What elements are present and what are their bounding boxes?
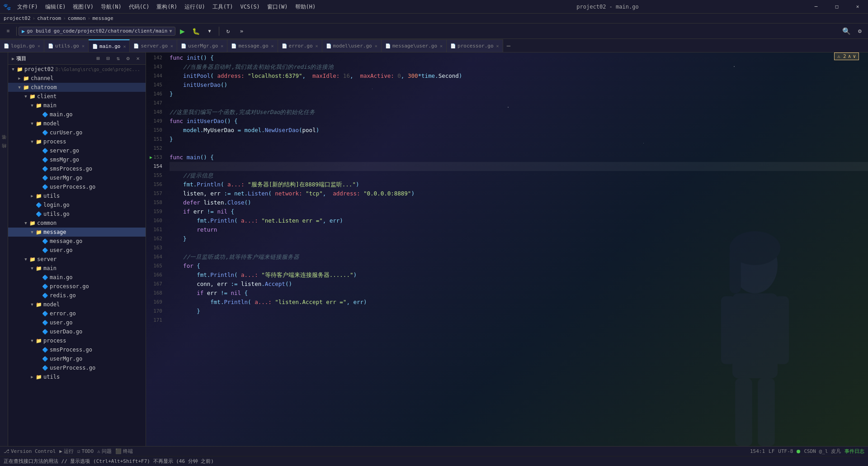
code-line[interactable] [170,316,868,325]
menu-code[interactable]: 代码(C) [125,0,153,14]
tab-error-go[interactable]: 📄 error.go ✕ [278,39,322,52]
tree-item-utils-go[interactable]: 🔷 utils.go [8,209,146,219]
tab-server-go[interactable]: 📄 server.go ✕ [130,39,177,52]
tree-item-login-go[interactable]: 🔷 login.go [8,200,146,209]
code-line[interactable]: listen, err := net.Listen( network: "tcp… [170,189,868,198]
menu-nav[interactable]: 导航(N) [97,0,125,14]
search-button[interactable]: 🔍 [840,25,853,38]
debug-button[interactable]: 🐛 [190,25,203,38]
tree-item-server-process[interactable]: ▼ 📁 process [8,336,146,345]
code-line[interactable]: fmt.Println( a...: "等待客户端来连接服务器......") [170,271,868,280]
menu-refactor[interactable]: 重构(R) [153,0,181,14]
tree-item-client-process[interactable]: ▼ 📁 process [8,137,146,146]
tree-item-server-folder[interactable]: ▼ 📁 server [8,255,146,264]
tree-item-message-go[interactable]: 🔷 message.go [8,237,146,246]
tree-item-server-usermgr-go[interactable]: 🔷 userMgr.go [8,354,146,363]
filetree-close-btn[interactable]: ✕ [134,54,142,62]
tree-item-client-utils[interactable]: ▶ 📁 utils [8,191,146,200]
more-actions-button[interactable]: » [236,25,248,38]
menu-view[interactable]: 视图(V) [69,0,97,14]
tab-message-go[interactable]: 📄 message.go ✕ [227,39,278,52]
tree-item-redis-go[interactable]: 🔷 redis.go [8,291,146,300]
menu-vcs[interactable]: VCS(S) [237,0,264,14]
tree-item-error-go[interactable]: 🔷 error.go [8,309,146,318]
code-line[interactable]: //提示信息 [170,171,868,180]
run-more-button[interactable]: ▼ [203,25,216,38]
tree-item-common[interactable]: ▼ 📁 common [8,219,146,228]
filetree-expand-btn[interactable]: ⊞ [94,54,102,62]
tab-message-user-go[interactable]: 📄 message\user.go ✕ [382,39,447,52]
code-line[interactable]: if err != nil { [170,207,868,216]
breadcrumb-message[interactable]: message [92,15,113,21]
code-line[interactable]: //这里我们编写一个函数,完成对UserDao的初始化任务 [170,108,868,117]
menu-file[interactable]: 文件(F) [14,0,42,14]
tabs-more-button[interactable]: ⋯ [503,42,514,49]
tree-item-server-main-go[interactable]: 🔷 main.go [8,273,146,282]
breadcrumb-chatroom[interactable]: chatroom [37,15,61,21]
code-editor[interactable]: func init() { //当服务器启动时,我们就去初始化我们的redis的… [168,52,868,446]
tab-close-icon[interactable]: ✕ [496,43,499,48]
code-line[interactable]: } [170,135,868,144]
tab-close-icon[interactable]: ✕ [123,44,126,49]
tree-item-userprocess-go[interactable]: 🔷 userProcess.go [8,182,146,191]
code-line[interactable]: initPool( address: "localhost:6379", max… [170,71,868,81]
code-line[interactable]: func initUserDao() { [170,117,868,126]
warning-down-icon[interactable]: ∨ [853,53,856,59]
menu-run[interactable]: 运行(U) [181,0,209,14]
tree-item-server-smsprocess-go[interactable]: 🔷 smsProcess.go [8,345,146,354]
code-line[interactable]: conn, err := listen.Accept() [170,280,868,289]
menu-window[interactable]: 窗口(W) [264,0,292,14]
tab-model-user-go[interactable]: 📄 model\user.go ✕ [322,39,382,52]
menu-edit[interactable]: 编辑(E) [42,0,70,14]
tab-login-go[interactable]: 📄 login.go ✕ [0,39,44,52]
run-config-dropdown[interactable]: ▶ go build go_code/project02/chatroom/cl… [19,27,175,36]
tab-processor-go[interactable]: 📄 processor.go ✕ [447,39,503,52]
warning-up-icon[interactable]: ∧ [848,53,851,59]
menu-help[interactable]: 帮助(H) [292,0,320,14]
tab-close-icon[interactable]: ✕ [316,43,318,48]
close-button[interactable]: ✕ [847,0,868,14]
code-line[interactable] [170,243,868,252]
tab-close-icon[interactable]: ✕ [82,43,85,48]
code-line[interactable]: func main() { [170,153,868,162]
tab-close-icon[interactable]: ✕ [38,43,40,48]
tree-item-client-model[interactable]: ▼ 📁 model [8,119,146,128]
tree-item-usermgr-go[interactable]: 🔷 userMgr.go [8,173,146,182]
code-line[interactable]: fmt.Println( a...: "listen.Accept err ="… [170,298,868,307]
code-line[interactable]: initUserDao() [170,81,868,90]
tree-item-client-main[interactable]: ▼ 📁 main [8,101,146,110]
version-control-item[interactable]: ⎇ Version Control [4,448,56,455]
terminal-item[interactable]: ⬛ 终端 [115,448,133,455]
minimize-button[interactable]: ─ [806,0,826,14]
code-line[interactable] [170,144,868,153]
settings-button[interactable]: ⚙ [854,25,866,38]
tab-utils-go[interactable]: 📄 utils.go ✕ [44,39,89,52]
code-line[interactable]: if err != nil { [170,289,868,298]
tab-usermgr-go[interactable]: 📄 userMgr.go ✕ [177,39,227,52]
refresh-button[interactable]: ↻ [222,25,235,38]
code-line[interactable]: //当服务器启动时,我们就去初始化我们的redis的连接池 [170,62,868,71]
tree-item-userdao-go[interactable]: 🔷 userDao.go [8,327,146,336]
breadcrumb-project[interactable]: project02 [4,15,31,21]
code-line[interactable]: } [170,90,868,99]
menu-tools[interactable]: 工具(T) [209,0,237,14]
run-item[interactable]: ▶ 运行 [59,448,74,455]
tree-item-processor-go[interactable]: 🔷 processor.go [8,282,146,291]
tree-item-chatroom[interactable]: ▼ 📁 chatroom [8,83,146,92]
tree-item-server-utils[interactable]: ▶ 📁 utils [8,372,146,381]
tree-item-server-userprocess-go[interactable]: 🔷 userProcess.go [8,363,146,372]
code-line[interactable]: fmt.Println( a...: "net.Listen err =", e… [170,216,868,225]
code-line[interactable]: return [170,225,868,234]
editor-area[interactable]: ⚠ 2 ∧ ∨ 14214314414514614714814915015115… [146,52,868,446]
code-line[interactable] [170,99,868,108]
tree-item-server-main[interactable]: ▼ 📁 main [8,264,146,273]
tab-close-icon[interactable]: ✕ [170,43,173,48]
breadcrumb-common[interactable]: common [68,15,86,21]
code-line[interactable]: model.MyUserDao = model.NewUserDao(pool) [170,126,868,135]
tree-item-client-main-go[interactable]: 🔷 main.go [8,110,146,119]
code-line[interactable] [170,162,868,171]
tree-item-server-model[interactable]: ▼ 📁 model [8,300,146,309]
tree-item-server-go[interactable]: 🔷 server.go [8,146,146,155]
tree-item-smsmgr-go[interactable]: 🔷 smsMgr.go [8,155,146,164]
maximize-button[interactable]: □ [826,0,847,14]
